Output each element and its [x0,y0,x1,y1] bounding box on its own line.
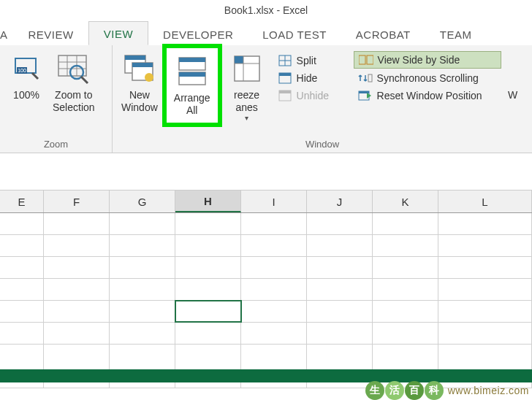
cell[interactable] [110,279,175,300]
arrange-all-icon [175,54,210,89]
cell[interactable] [438,301,532,322]
view-side-by-side-button[interactable]: View Side by Side [354,51,501,69]
cell[interactable] [241,213,307,234]
cell[interactable] [307,213,373,234]
col-header-e[interactable]: E [0,191,44,212]
window-title: Book1.xlsx - Excel [224,4,308,16]
hide-button[interactable]: Hide [273,70,345,86]
col-header-f[interactable]: F [44,191,110,212]
sync-scrolling-button[interactable]: Synchronous Scrolling [354,70,501,86]
split-label: Split [297,55,316,66]
cell[interactable] [44,257,110,278]
cell[interactable] [175,323,241,344]
cell[interactable] [241,257,307,278]
tab-developer[interactable]: DEVELOPER [148,23,248,45]
cell[interactable] [110,235,175,256]
arrange-all-button[interactable]: Arrange All [167,48,218,123]
col-header-j[interactable]: J [307,191,373,212]
tab-team[interactable]: TEAM [425,23,487,45]
zoom-selection-icon [56,51,91,86]
cell[interactable] [110,257,175,278]
cell[interactable] [44,213,110,234]
cell[interactable] [373,235,438,256]
cell[interactable] [241,279,307,300]
tab-review[interactable]: REVIEW [14,23,88,45]
split-icon [278,55,292,66]
cell[interactable] [373,257,438,278]
cell[interactable] [0,213,44,234]
spreadsheet-grid[interactable] [0,213,532,388]
watermark: 生 活 百 科 www.bimeiz.com [365,381,529,400]
selected-cell[interactable] [175,301,241,322]
cell[interactable] [307,301,373,322]
unhide-button: Unhide [273,88,345,104]
cell[interactable] [0,301,44,322]
cell[interactable] [110,301,175,322]
cell[interactable] [175,257,241,278]
cell[interactable] [241,235,307,256]
col-header-h[interactable]: H [175,191,241,212]
cell[interactable] [175,235,241,256]
cell[interactable] [0,235,44,256]
cell[interactable] [438,213,532,234]
svg-point-15 [145,73,153,82]
cell[interactable] [241,323,307,344]
tab-load-test[interactable]: LOAD TEST [248,23,341,45]
cell[interactable] [0,323,44,344]
split-button[interactable]: Split [273,53,345,69]
cell[interactable] [373,323,438,344]
cell[interactable] [44,301,110,322]
cell[interactable] [241,301,307,322]
unhide-label: Unhide [297,90,329,101]
cell[interactable] [307,279,373,300]
col-header-k[interactable]: K [373,191,438,212]
cell[interactable] [175,279,241,300]
svg-rect-17 [179,58,205,62]
cell[interactable] [110,323,175,344]
hide-icon [278,72,292,84]
cell[interactable] [438,323,532,344]
cell[interactable] [44,279,110,300]
zoom-selection-label: Zoom to Selection [53,89,95,114]
table-row [0,279,532,301]
cell[interactable] [44,235,110,256]
freeze-panes-button[interactable]: reeze anes ▾ [225,48,269,125]
cell[interactable] [307,235,373,256]
svg-rect-33 [368,74,372,82]
side-by-side-label: View Side by Side [378,54,460,66]
cell[interactable] [0,279,44,300]
cell[interactable] [44,323,110,344]
cell[interactable] [110,213,175,234]
cell[interactable] [373,301,438,322]
col-header-l[interactable]: L [438,191,532,212]
ribbon-tabs: A REVIEW VIEW DEVELOPER LOAD TEST ACROBA… [0,20,532,45]
tab-view[interactable]: VIEW [88,21,148,45]
new-window-icon [122,51,157,86]
zoom-100-icon: 100 [9,51,44,86]
cell[interactable] [438,257,532,278]
partial-right-button[interactable]: W [506,48,520,104]
new-window-button[interactable]: New Window [117,48,162,117]
col-header-i[interactable]: I [241,191,307,212]
col-header-g[interactable]: G [110,191,175,212]
cell[interactable] [307,257,373,278]
cell[interactable] [175,213,241,234]
svg-rect-35 [359,91,369,93]
tab-partial[interactable]: A [0,23,14,45]
cell[interactable] [0,257,44,278]
tab-acrobat[interactable]: ACROBAT [341,23,425,45]
svg-text:100: 100 [18,68,26,73]
zoom-100-button[interactable]: 100 100% [4,48,48,104]
svg-rect-30 [279,91,291,93]
cell[interactable] [307,323,373,344]
table-row [0,257,532,279]
svg-rect-19 [179,72,205,77]
cell[interactable] [373,279,438,300]
cell[interactable] [438,279,532,300]
svg-rect-12 [125,55,145,60]
cell[interactable] [438,235,532,256]
side-by-side-icon [359,54,373,66]
cell[interactable] [373,213,438,234]
reset-position-button[interactable]: Reset Window Position [354,88,501,104]
zoom-to-selection-button[interactable]: Zoom to Selection [48,48,99,117]
